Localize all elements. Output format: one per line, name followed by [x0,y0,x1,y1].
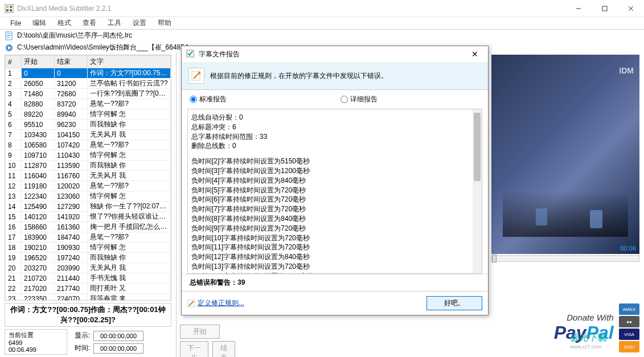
table-row[interactable]: 16158660161360掬一把月 手揽回忆怎么??[0 [6,222,171,232]
table-row[interactable]: 8106580107420悬笔一??那? [6,140,171,150]
menu-编辑[interactable]: 编辑 [27,17,52,29]
svg-rect-11 [7,35,11,36]
video-preview[interactable]: IDM 00:06 [491,55,639,254]
document-icon [5,31,14,40]
position-label: 当前位置 [9,331,63,339]
table-row[interactable]: 22605031200兰亭临帖 行书如行云流?? [6,79,171,89]
position-value-1: 6499 [9,339,63,346]
menu-工具[interactable]: 工具 [102,17,127,29]
time-label: 时间: [72,343,90,353]
report-body[interactable]: 总线自动分裂：0总标题冲突：6总字幕持续时间范围：33删除总线数：0 负时间[2… [187,109,482,274]
dialog-banner-text: 根据目前的修正规则，在开放的字幕文件中发现以下错误。 [210,71,388,81]
titlebar: DivXLand Media Subtitler 2.2.1 [0,0,644,17]
dialog-close-button[interactable]: ✕ [466,50,483,59]
error-line: 负时间[10]字幕持续时间设置为720毫秒 [191,233,478,243]
visa-icon: VISA [619,329,639,340]
menubar: File编辑格式查看工具设置帮助 [0,17,644,30]
error-line: 负时间[14]字幕持续时间设置为1800毫秒 [191,272,478,274]
scrollbar[interactable] [473,109,482,273]
mastercard-icon: ●● [619,316,639,327]
table-row[interactable]: 48288083720悬笔一??那? [6,99,171,109]
menu-设置[interactable]: 设置 [127,17,152,29]
close-button[interactable] [618,0,644,17]
video-seekbar[interactable] [491,255,639,262]
video-timestamp: 00:06 [620,245,636,252]
table-row[interactable]: 20203270203990无关风月 我 [6,263,171,273]
error-line: 负时间[9]字幕持续时间设置为720毫秒 [191,224,478,233]
ok-button[interactable]: 好吧。 [426,296,482,310]
table-row[interactable]: 9109710110430情字何解 怎 [6,150,171,161]
table-row[interactable]: 11116040116760无关风月 我 [6,171,171,181]
error-line: 负时间[13]字幕持续时间设置为720毫秒 [191,262,478,272]
menu-帮助[interactable]: 帮助 [152,17,177,29]
column-header[interactable]: 开始 [22,56,55,68]
error-line: 负时间[5]字幕持续时间设置为720毫秒 [191,186,478,195]
table-row[interactable]: 15140120141920恨了??你摇头轻叹谁让你蹙 [6,212,171,222]
subtitle-report-dialog: 字幕文件报告 ✕ 根据目前的修正规则，在开放的字幕文件中发现以下错误。 标准报告… [181,46,489,315]
dialog-title: 字幕文件报告 [199,50,240,59]
table-row[interactable]: 58922089940情字何解 怎 [6,109,171,120]
donate-section[interactable]: Donate With PayPal AMEX ●● VISA DISC [491,303,639,352]
table-row[interactable]: 14125490127290独缺 你一生了??[02:07.06]弹 [6,202,171,212]
column-header[interactable]: # [6,56,22,68]
table-row[interactable]: 18190210190930情字何解 怎 [6,243,171,253]
subtitle-path-text: D:\tools\桌面\music\兰亭序--周杰伦.lrc [17,31,132,40]
table-row[interactable]: 12119180120020悬笔一??那? [6,181,171,191]
detailed-report-radio[interactable]: 详细报告 [341,95,378,104]
video-path-text: C:\Users\admin\Videos\Smiley饭拍舞台___【崔_66… [17,43,188,52]
svg-rect-2 [10,6,12,8]
column-header[interactable]: 文字 [88,56,171,68]
table-row[interactable]: 23223350224070我等春雷 来 [6,294,171,301]
show-label: 显示: [72,331,90,340]
table-row[interactable]: 37148072680一行朱??到底圈了??[01:16.6 [6,89,171,99]
svg-point-17 [198,72,200,74]
table-row[interactable]: 7103430104150无关风月 我 [6,130,171,140]
error-line: 负时间[12]字幕持续时间设置为840毫秒 [191,252,478,262]
error-line: 负时间[11]字幕持续时间设置为720毫秒 [191,243,478,252]
svg-rect-3 [6,9,9,11]
paypal-logo: PayPal [554,322,614,343]
error-line: 负时间[2]字幕持续时间设置为5150毫秒 [191,157,478,166]
dialog-icon [186,50,195,59]
start-button[interactable]: 开始 [180,325,220,339]
window-title: DivXLand Media Subtitler 2.2.1 [17,5,565,13]
amex-icon: AMEX [619,303,639,315]
summary-line: 删除总线数：0 [191,141,478,151]
error-line: 负时间[8]字幕持续时间设置为840毫秒 [191,214,478,224]
current-position-box: 当前位置 6499 00:06.499 [5,329,67,355]
svg-rect-6 [602,6,607,11]
svg-rect-1 [6,6,9,8]
card-icons: AMEX ●● VISA DISC [619,303,639,352]
column-header[interactable]: 结束 [55,56,88,68]
svg-rect-4 [10,9,12,11]
table-row[interactable]: 21210720211440手书无愧 我 [6,273,171,284]
table-row[interactable]: 69551096230而我独缺 你 [6,120,171,130]
error-summary: 总错误和警告：39 [182,274,488,291]
video-badge: IDM [619,66,634,75]
error-line: 负时间[7]字幕持续时间设置为720毫秒 [191,204,478,214]
table-row[interactable]: 17183900184740悬笔一??那? [6,232,171,243]
subtitle-text-editor[interactable]: 作词：方文??[00:00.75]作曲：周杰??[00:01钟兴??[00:02… [5,303,171,327]
define-rules-link[interactable]: 定义修正规则... [187,298,244,308]
subtitle-table[interactable]: #开始结束文字 100作词：方文??[00:00.75]作曲2260503120… [5,55,171,301]
position-value-2: 00:06.499 [9,346,63,353]
table-row[interactable]: 22217020217740雨打蕉叶 又 [6,284,171,294]
menu-查看[interactable]: 查看 [77,17,102,29]
show-time-field[interactable]: 00:00:00,000 [93,331,143,341]
menu-格式[interactable]: 格式 [52,17,77,29]
table-row[interactable]: 13122340123060情字何解 怎 [6,191,171,202]
standard-report-radio[interactable]: 标准报告 [190,95,227,104]
time-field[interactable]: 00:00:00,000 [93,343,143,354]
note-icon [188,68,204,84]
next-button[interactable]: 下一步 [180,341,208,357]
end-button[interactable]: 结束 [212,341,235,357]
menu-file[interactable]: File [5,18,27,28]
maximize-button[interactable] [592,0,618,17]
table-row[interactable]: 100作词：方文??[00:00.75]作曲 [6,68,171,79]
table-row[interactable]: 10112870113590而我独缺 你 [6,161,171,171]
summary-line: 总线自动分裂：0 [191,113,478,122]
donate-label: Donate With [554,313,614,322]
error-line: 负时间[3]字幕持续时间设置为1200毫秒 [191,166,478,176]
minimize-button[interactable] [565,0,592,17]
table-row[interactable]: 19196520197240而我独缺 你 [6,253,171,263]
